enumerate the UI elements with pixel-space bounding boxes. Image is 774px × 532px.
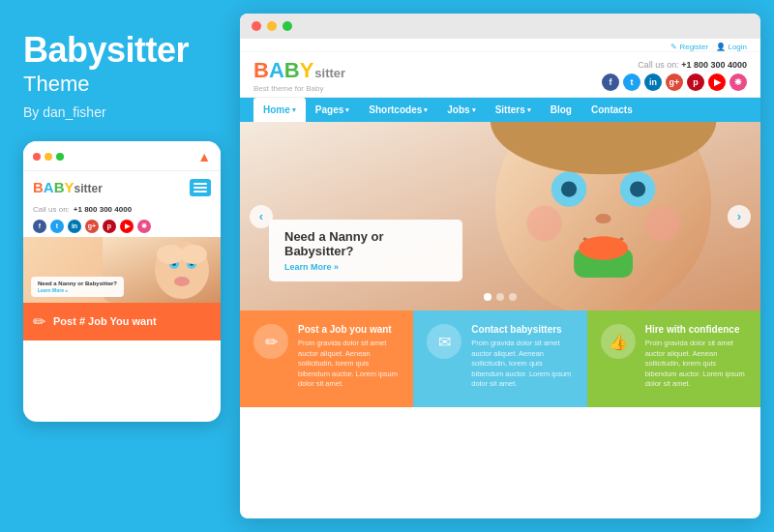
- card-hire-text: Proin gravida dolor sit amet auctor aliq…: [645, 339, 747, 390]
- card-hire-icon-wrap: 👍: [601, 324, 636, 359]
- nav-sitters-arrow: ▾: [527, 106, 531, 114]
- browser-dot-yellow: [267, 21, 277, 31]
- thumbsup-card-icon: 👍: [609, 333, 628, 351]
- pencil-icon: ✏: [33, 312, 45, 331]
- hero-dot-1[interactable]: [484, 293, 491, 301]
- card-post-job: ✏ Post a Job you want Proin gravida dolo…: [240, 310, 413, 407]
- site-logo-y: Y: [300, 58, 314, 83]
- nav-contacts[interactable]: Contacts: [581, 98, 642, 122]
- site-header: BABYsitter Best theme for Baby Call us o…: [240, 52, 760, 98]
- brand-author: By dan_fisher: [23, 104, 217, 120]
- ham-line-2: [194, 187, 207, 189]
- svg-point-14: [595, 214, 610, 223]
- mobile-hero: Need a Nanny or Babysitter? Learn More »: [23, 237, 221, 303]
- mobile-call-number: +1 800 300 4000: [74, 205, 132, 214]
- logo-letter-y: Y: [65, 179, 74, 195]
- site-in[interactable]: in: [644, 74, 662, 91]
- header-top-row: ✎ Register 👤 Login: [240, 39, 760, 52]
- nav-home-arrow: ▾: [292, 106, 296, 114]
- brand-title: Babysitter: [23, 31, 217, 70]
- browser-dot-red: [252, 21, 261, 31]
- hero-heading: Need a Nanny or Babysitter?: [284, 229, 447, 258]
- site-fb[interactable]: f: [602, 74, 619, 91]
- card-contact-icon-wrap: ✉: [427, 324, 461, 359]
- mobile-call-label: Call us on:: [33, 205, 70, 214]
- site-pi[interactable]: p: [687, 74, 704, 91]
- site-call-number: +1 800 300 4000: [681, 60, 747, 70]
- brand-subtitle: Theme: [23, 72, 217, 97]
- browser-window: ✎ Register 👤 Login BABYsitter Best theme…: [240, 14, 760, 518]
- auth-links: ✎ Register 👤 Login: [670, 43, 747, 51]
- login-link[interactable]: 👤 Login: [716, 43, 747, 51]
- social-tw[interactable]: t: [50, 220, 64, 233]
- social-fb[interactable]: f: [33, 220, 46, 233]
- mobile-hero-link[interactable]: Learn More »: [38, 287, 68, 293]
- svg-point-16: [526, 206, 562, 242]
- svg-point-13: [630, 181, 645, 196]
- hero-dot-2[interactable]: [496, 293, 504, 301]
- hero-next-button[interactable]: ›: [728, 205, 751, 228]
- hero-learn-more[interactable]: Learn More »: [284, 262, 447, 272]
- social-pi[interactable]: p: [103, 220, 116, 233]
- ham-line-3: [194, 191, 207, 192]
- mobile-post-bar[interactable]: ✏ Post # Job You want: [23, 303, 221, 340]
- hero-text-box: Need a Nanny or Babysitter? Learn More »: [269, 220, 462, 281]
- browser-titlebar: [240, 14, 760, 39]
- browser-content: ✎ Register 👤 Login BABYsitter Best theme…: [240, 39, 760, 518]
- mobile-hero-text-box: Need a Nanny or Babysitter? Learn More »: [31, 277, 124, 297]
- hero-dot-3[interactable]: [509, 293, 517, 301]
- svg-point-19: [579, 236, 628, 259]
- svg-point-7: [180, 245, 207, 264]
- site-yt[interactable]: ▶: [708, 74, 726, 91]
- site-tagline: Best theme for Baby: [253, 84, 345, 93]
- pencil-card-icon: ✏: [265, 333, 278, 351]
- nav-pages[interactable]: Pages ▾: [306, 98, 359, 122]
- mobile-logo-bar: BABYsitter: [23, 171, 221, 202]
- mobile-dot-red: [33, 153, 41, 161]
- hero-dots: [484, 293, 517, 301]
- social-in[interactable]: in: [68, 220, 81, 233]
- svg-point-11: [561, 181, 577, 196]
- browser-dot-green: [283, 21, 292, 31]
- site-dn[interactable]: ❋: [729, 74, 747, 91]
- site-gp[interactable]: g+: [666, 74, 683, 91]
- site-call: Call us on: +1 800 300 4000: [638, 60, 747, 70]
- svg-point-6: [157, 245, 184, 264]
- card-contact: ✉ Contact babysitters Proin gravida dolo…: [413, 310, 586, 407]
- logo-sitter: sitter: [74, 182, 103, 195]
- svg-point-5: [174, 277, 190, 286]
- mobile-hamburger[interactable]: [190, 179, 211, 196]
- post-bar-text: Post # Job You want: [53, 315, 157, 327]
- mobile-hero-heading: Need a Nanny or Babysitter?: [38, 281, 117, 286]
- nav-shortcodes-arrow: ▾: [424, 106, 428, 114]
- site-tw[interactable]: t: [623, 74, 640, 91]
- nav-pages-arrow: ▾: [345, 106, 349, 114]
- nav-shortcodes[interactable]: Shortcodes ▾: [359, 98, 437, 122]
- site-social-row: f t in g+ p ▶ ❋: [602, 74, 747, 91]
- card-post-icon-wrap: ✏: [253, 324, 288, 359]
- mobile-social-row: f t in g+ p ▶ ❋: [23, 217, 221, 237]
- social-gp[interactable]: g+: [85, 220, 99, 233]
- nav-jobs-arrow: ▾: [472, 106, 476, 114]
- card-hire-title: Hire with confidence: [645, 324, 747, 335]
- mobile-mockup: ▲ BABYsitter Call us on: +1 800 300 4000…: [23, 141, 221, 422]
- nav-blog[interactable]: Blog: [541, 98, 581, 122]
- card-contact-body: Contact babysitters Proin gravida dolor …: [471, 324, 573, 390]
- social-dn[interactable]: ❋: [137, 220, 151, 233]
- alert-icon: ▲: [197, 149, 211, 164]
- nav-jobs[interactable]: Jobs ▾: [437, 98, 485, 122]
- site-call-label: Call us on:: [638, 60, 679, 70]
- left-panel: Babysitter Theme By dan_fisher ▲ BABYsit…: [0, 0, 240, 532]
- register-link[interactable]: ✎ Register: [670, 43, 708, 51]
- card-post-text: Proin gravida dolor sit amet auctor aliq…: [298, 339, 400, 390]
- site-logo-b2: B: [284, 58, 300, 83]
- card-post-body: Post a Job you want Proin gravida dolor …: [298, 324, 400, 390]
- site-logo-sitter: sitter: [314, 66, 345, 80]
- card-contact-text: Proin gravida dolor sit amet auctor aliq…: [471, 339, 573, 390]
- mobile-logo: BABYsitter: [33, 179, 103, 195]
- nav-sitters[interactable]: Sitters ▾: [486, 98, 541, 122]
- nav-home[interactable]: Home ▾: [253, 98, 306, 122]
- social-yt[interactable]: ▶: [120, 220, 134, 233]
- logo-letter-b2: B: [54, 179, 65, 195]
- cards-row: ✏ Post a Job you want Proin gravida dolo…: [240, 310, 760, 407]
